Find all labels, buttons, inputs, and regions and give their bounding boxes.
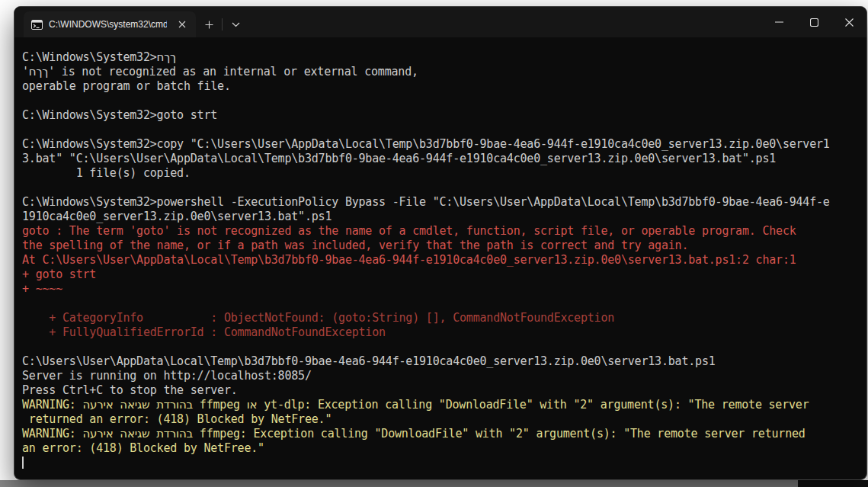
terminal-line: WARNING: העריא האיגש תדרוהב ffmpeg: Exce… [22, 427, 866, 441]
terminal-line: + goto strt [22, 268, 866, 282]
terminal-line: C:\Users\User\AppData\Local\Temp\b3d7bbf… [22, 354, 866, 369]
terminal-line [22, 296, 866, 311]
terminal-line: C:\Windows\System32>powershell -Executio… [22, 195, 866, 210]
terminal-line [22, 340, 866, 354]
terminal-line: At C:\Users\User\AppData\Local\Temp\b3d7… [22, 253, 866, 268]
titlebar[interactable]: C:\WINDOWS\system32\cmd.e [14, 7, 866, 37]
chevron-down-icon[interactable] [223, 11, 248, 37]
terminal-line: operable program or batch file. [22, 79, 866, 94]
tab-title: C:\WINDOWS\system32\cmd.e [49, 19, 167, 30]
maximize-button[interactable] [796, 7, 831, 37]
terminal-line: C:\Windows\System32>חךך [22, 50, 866, 65]
cmd-icon [31, 19, 43, 30]
desktop-strip [0, 480, 868, 487]
text-cursor [22, 457, 24, 469]
plus-icon[interactable] [196, 11, 222, 37]
terminal-line: the spelling of the name, or if a path w… [22, 239, 866, 253]
terminal-line [22, 123, 866, 137]
close-button[interactable] [831, 7, 866, 37]
terminal-line: + FullyQualifiedErrorId : CommandNotFoun… [22, 325, 866, 340]
terminal-line: 1910ca4c0e0_server13.zip.0e0\server13.ba… [22, 210, 866, 224]
minimize-button[interactable] [761, 7, 796, 37]
terminal-line: an error: (418) Blocked by NetFree." [22, 441, 866, 456]
desktop-strip-dark [798, 480, 868, 487]
terminal-window: C:\WINDOWS\system32\cmd.e [14, 6, 867, 480]
terminal-output[interactable]: C:\Windows\System32>חךך'חךך' is not reco… [14, 38, 866, 479]
terminal-line: goto : The term 'goto' is not recognized… [22, 224, 866, 239]
terminal-line: + ~~~~ [22, 282, 866, 296]
terminal-line: WARNING: העריא האיגש תדרוהב ffmpeg וא yt… [22, 398, 866, 412]
terminal-line: C:\Windows\System32>goto strt [22, 108, 866, 123]
terminal-line [22, 181, 866, 195]
tab-cmd[interactable]: C:\WINDOWS\system32\cmd.e [24, 11, 196, 37]
terminal-line: 3.bat" "C:\Users\User\AppData\Local\Temp… [22, 152, 866, 166]
terminal-cursor-line [22, 456, 866, 470]
terminal-line: Server is running on http://localhost:80… [22, 369, 866, 383]
terminal-line [22, 94, 866, 108]
tab-close-icon[interactable] [173, 15, 191, 34]
terminal-line: Press Ctrl+C to stop the server. [22, 383, 866, 398]
titlebar-drag-area[interactable] [248, 7, 761, 37]
terminal-line: returned an error: (418) Blocked by NetF… [22, 412, 866, 427]
terminal-line: 1 file(s) copied. [22, 166, 866, 181]
terminal-line: 'חךך' is not recognized as an internal o… [22, 65, 866, 79]
terminal-line: + CategoryInfo : ObjectNotFound: (goto:S… [22, 311, 866, 325]
terminal-line: C:\Windows\System32>copy "C:\Users\User\… [22, 137, 866, 152]
